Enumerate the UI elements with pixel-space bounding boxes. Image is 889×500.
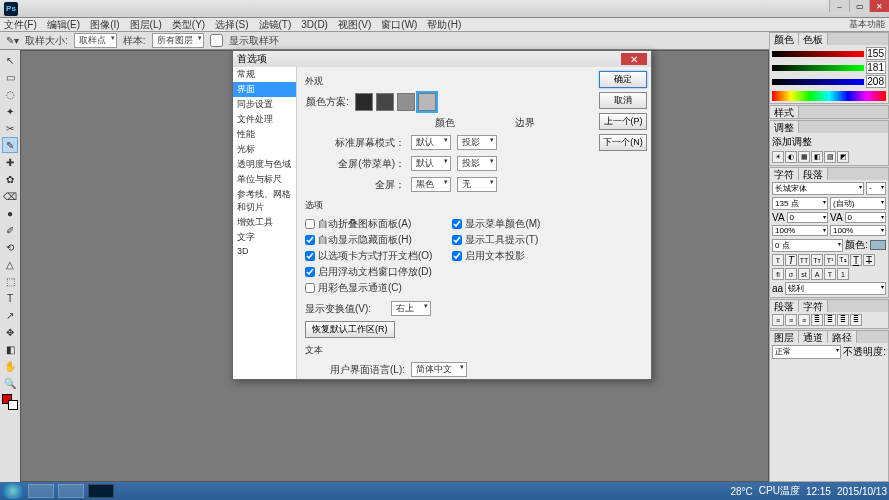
chk-menucolor[interactable] (452, 219, 462, 229)
sidebar-item-interface[interactable]: 界面 (233, 82, 296, 97)
task-explorer[interactable] (28, 484, 54, 498)
adj-icon[interactable]: ◩ (837, 151, 849, 163)
menu-window[interactable]: 窗口(W) (381, 18, 417, 32)
tool-lasso[interactable]: ◌ (2, 86, 18, 102)
leading-select[interactable]: (自动) (830, 197, 886, 210)
menu-edit[interactable]: 编辑(E) (47, 18, 80, 32)
tool-gradient[interactable]: ⟲ (2, 239, 18, 255)
sample-size-select[interactable]: 取样点 (74, 33, 117, 48)
chan-select[interactable]: 右上 (391, 301, 431, 316)
row3-border[interactable]: 无 (457, 177, 497, 192)
task-ps[interactable] (88, 484, 114, 498)
adj-icon[interactable]: ◧ (811, 151, 823, 163)
tab-paths[interactable]: 路径 (828, 331, 857, 343)
menu-view[interactable]: 视图(V) (338, 18, 371, 32)
small[interactable]: Tт (811, 254, 823, 266)
chk-tooltips[interactable] (452, 235, 462, 245)
tool-eyedropper[interactable]: ✎ (2, 137, 18, 153)
menu-filter[interactable]: 滤镜(T) (259, 18, 292, 32)
adj-icon[interactable]: ▨ (824, 151, 836, 163)
sidebar-item-units[interactable]: 单位与标尺 (233, 172, 296, 187)
tool-brush[interactable]: ✿ (2, 171, 18, 187)
aa-select[interactable]: 锐利 (785, 282, 886, 295)
min-button[interactable]: – (829, 0, 849, 12)
row1-border[interactable]: 投影 (457, 135, 497, 150)
menu-3d[interactable]: 3D(D) (301, 19, 328, 30)
eyedropper-icon[interactable]: ✎▾ (6, 35, 19, 46)
sidebar-item-perf[interactable]: 性能 (233, 127, 296, 142)
sidebar-item-type[interactable]: 文字 (233, 230, 296, 245)
tool-history[interactable]: ● (2, 205, 18, 221)
task-folder[interactable] (58, 484, 84, 498)
chk-colorchan[interactable] (305, 283, 315, 293)
sample-select[interactable]: 所有图层 (152, 33, 204, 48)
adj-icon[interactable]: ◐ (785, 151, 797, 163)
tab-para[interactable]: 段落 (799, 168, 828, 180)
just-c[interactable]: ≣ (824, 314, 836, 326)
text-color[interactable] (870, 240, 886, 250)
blend-mode[interactable]: 正常 (772, 345, 841, 359)
menu-help[interactable]: 帮助(H) (427, 18, 461, 32)
dialog-close-button[interactable]: ✕ (621, 53, 647, 65)
ot[interactable]: σ (785, 268, 797, 280)
scheme-med-dark[interactable] (376, 93, 394, 111)
row2-border[interactable]: 投影 (457, 156, 497, 171)
adj-icon[interactable]: ☀ (772, 151, 784, 163)
align-c[interactable]: ≡ (785, 314, 797, 326)
scheme-dark[interactable] (355, 93, 373, 111)
tab-adjust[interactable]: 调整 (770, 121, 799, 133)
sidebar-item-guides[interactable]: 参考线、网格和切片 (233, 187, 296, 215)
tool-crop[interactable]: ✂ (2, 120, 18, 136)
menu-file[interactable]: 文件(F) (4, 18, 37, 32)
g-value[interactable]: 181 (866, 61, 886, 74)
sidebar-item-general[interactable]: 常规 (233, 67, 296, 82)
show-ring-check[interactable] (210, 34, 223, 47)
menu-type[interactable]: 类型(Y) (172, 18, 205, 32)
tool-dodge[interactable]: ⬚ (2, 273, 18, 289)
sidebar-item-plugins[interactable]: 增效工具 (233, 215, 296, 230)
chk-autoshow[interactable] (305, 235, 315, 245)
tool-heal[interactable]: ✚ (2, 154, 18, 170)
scheme-light[interactable] (418, 93, 436, 111)
just-l[interactable]: ≣ (811, 314, 823, 326)
ok-button[interactable]: 确定 (599, 71, 647, 88)
ot[interactable]: st (798, 268, 810, 280)
tool-marquee[interactable]: ▭ (2, 69, 18, 85)
chk-dock[interactable] (305, 267, 315, 277)
menu-layer[interactable]: 图层(L) (130, 18, 162, 32)
strike[interactable]: T (863, 254, 875, 266)
cancel-button[interactable]: 取消 (599, 92, 647, 109)
tool-type[interactable]: T (2, 290, 18, 306)
r-value[interactable]: 155 (866, 47, 886, 60)
vscale[interactable]: 100% (830, 225, 886, 236)
max-button[interactable]: ▭ (849, 0, 869, 12)
sidebar-item-sync[interactable]: 同步设置 (233, 97, 296, 112)
sidebar-item-3d[interactable]: 3D (233, 245, 296, 257)
tool-pen[interactable]: ↗ (2, 307, 18, 323)
italic[interactable]: T (785, 254, 797, 266)
ot[interactable]: T (824, 268, 836, 280)
tool-hand[interactable]: ✋ (2, 358, 18, 374)
kerning-select[interactable]: 0 (845, 212, 886, 223)
prev-button[interactable]: 上一个(P) (599, 113, 647, 130)
caps[interactable]: TT (798, 254, 810, 266)
sup[interactable]: T¹ (824, 254, 836, 266)
tracking-select[interactable]: 0 (787, 212, 828, 223)
reset-workspace-button[interactable]: 恢复默认工作区(R) (305, 321, 395, 338)
spectrum-bar[interactable] (772, 91, 886, 101)
ot[interactable]: fi (772, 268, 784, 280)
tool-wand[interactable]: ✦ (2, 103, 18, 119)
font-select[interactable]: 长城宋体 (772, 182, 864, 195)
tab-channels[interactable]: 通道 (799, 331, 828, 343)
row2-color[interactable]: 默认 (411, 156, 451, 171)
row1-color[interactable]: 默认 (411, 135, 451, 150)
row3-color[interactable]: 黑色 (411, 177, 451, 192)
baseline[interactable]: 0 点 (772, 239, 843, 252)
tool-move[interactable]: ↖ (2, 52, 18, 68)
b-value[interactable]: 208 (866, 75, 886, 88)
tab-char2[interactable]: 字符 (799, 300, 828, 312)
align-l[interactable]: ≡ (772, 314, 784, 326)
menu-select[interactable]: 选择(S) (215, 18, 248, 32)
tab-swatches[interactable]: 色板 (799, 33, 828, 45)
workspace-label[interactable]: 基本功能 (849, 18, 885, 31)
